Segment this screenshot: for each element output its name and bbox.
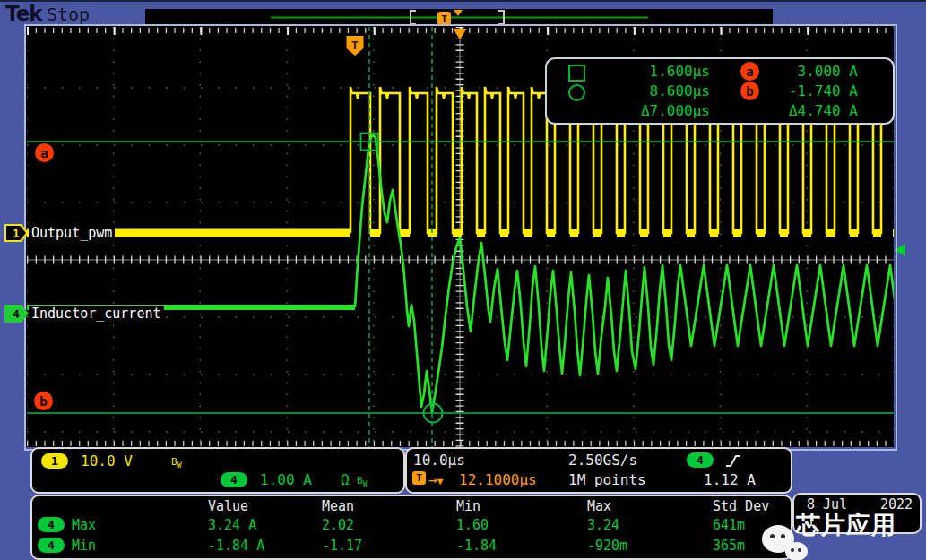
- waveforms: [27, 87, 901, 412]
- meas-std: 365m: [713, 538, 745, 554]
- cursor2-time: 8.600µs: [599, 82, 710, 99]
- col-header-mean: Mean: [322, 498, 354, 514]
- table-row: 4 Max 3.24 A 2.02 1.60 3.24 641m: [32, 516, 791, 536]
- trigger-source-badge: 4: [687, 452, 714, 468]
- svg-text:T: T: [441, 13, 447, 25]
- meas-mean: -1.17: [322, 538, 362, 554]
- trigger-t-icon: T: [412, 471, 426, 485]
- measurement-table[interactable]: Value Mean Min Max Std Dev 4 Max 3.24 A …: [30, 495, 792, 560]
- col-header-min: Min: [456, 498, 480, 514]
- meas-mean: 2.02: [322, 517, 354, 533]
- channel-scale-readout[interactable]: 1 10.0 V BW 4 1.00 A Ω BW: [30, 447, 405, 494]
- ch4-bandwidth-icon: BW: [357, 475, 367, 488]
- trigger-level-arrow: [894, 244, 905, 256]
- horizontal-trigger-readout[interactable]: 10.0µs 2.50GS/s 4 T →▼ 12.1000µs 1M poin…: [405, 447, 792, 494]
- record-view-bar: T: [145, 9, 773, 26]
- record-length: 1M points: [568, 471, 646, 488]
- circle-cursor-icon: [568, 84, 585, 101]
- wechat-icon-small: [785, 542, 808, 560]
- col-header-value: Value: [208, 498, 248, 514]
- ch4-badge: 4: [38, 538, 65, 553]
- trigger-delay: 12.1000µs: [459, 471, 537, 488]
- cursor-b-icon: b: [740, 82, 759, 100]
- expansion-point-icon: [454, 29, 467, 39]
- cursor-delta-time: Δ7.000µs: [599, 102, 710, 119]
- ch1-badge: 1: [41, 453, 68, 469]
- timebase-scale: 10.0µs: [413, 452, 465, 469]
- oscilloscope-screen: Tek Stop T T Output_pwm Inductor_current…: [0, 0, 926, 560]
- table-row: 4 Min -1.84 A -1.17 -1.84 -920m 365m: [32, 537, 791, 556]
- ch1-trace-label[interactable]: Output_pwm: [29, 225, 115, 241]
- col-header-max: Max: [587, 498, 611, 514]
- ch4-coupling-icon: Ω: [341, 471, 350, 488]
- ch4-badge: 4: [221, 472, 247, 487]
- meas-std: 641m: [713, 517, 745, 533]
- ch4-scale: 1.00 A: [260, 471, 312, 488]
- cursor-b-badge[interactable]: b: [34, 392, 53, 410]
- svg-text:T: T: [351, 39, 359, 52]
- cursor-a-icon: a: [740, 62, 759, 81]
- ch1-bandwidth-icon: BW: [171, 456, 181, 470]
- cursor1-time: 1.600µs: [599, 63, 710, 80]
- cursor-delta-value: Δ4.740 A: [762, 102, 858, 119]
- col-header-stddev: Std Dev: [713, 498, 769, 514]
- meas-max: 3.24: [587, 517, 619, 533]
- meas-value: -1.84 A: [208, 538, 264, 554]
- meas-value: 3.24 A: [208, 517, 256, 533]
- trigger-delay-arrow-icon: →▼: [428, 471, 443, 488]
- square-cursor-icon: [568, 65, 585, 82]
- ch4-badge: 4: [38, 517, 65, 532]
- cursor-readout-box[interactable]: 1.600µs a 3.000 A 8.600µs b -1.740 A Δ7.…: [545, 57, 895, 125]
- trigger-level: 1.12 A: [704, 471, 756, 488]
- ch4-trace-label[interactable]: Inductor_current: [29, 306, 164, 322]
- meas-max: -920m: [587, 538, 627, 554]
- rising-edge-icon: [724, 453, 742, 470]
- meas-name: Min: [72, 538, 96, 554]
- cursor-a-badge[interactable]: a: [35, 143, 54, 162]
- ch1-number: 1: [6, 226, 26, 240]
- sample-rate: 2.50GS/s: [568, 452, 637, 469]
- meas-min: 1.60: [456, 517, 489, 533]
- cursor-a-value: 3.000 A: [762, 63, 858, 80]
- cursor-b-value: -1.740 A: [762, 82, 858, 99]
- ch1-scale: 10.0 V: [81, 452, 133, 470]
- watermark-text: 芯片应用: [796, 509, 896, 541]
- meas-min: -1.84: [456, 538, 497, 554]
- meas-name: Max: [72, 517, 96, 533]
- ch4-number: 4: [6, 306, 26, 321]
